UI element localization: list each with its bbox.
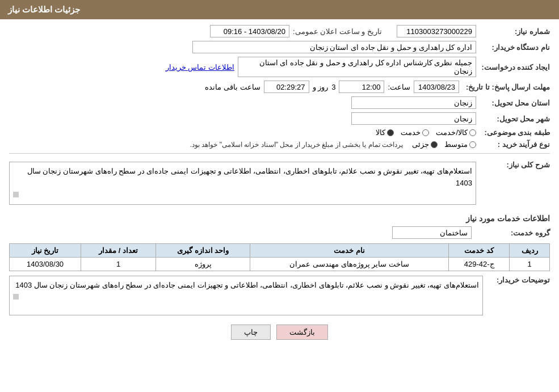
- divider-1: [9, 153, 550, 154]
- city-value: زنجان: [351, 112, 476, 125]
- category-radio-group: کالا/خدمت خدمت کالا: [376, 128, 476, 137]
- category-radio-2[interactable]: [422, 129, 429, 136]
- buyer-desc-box: استعلام‌های تهیه، تغییر نقوش و نصب علائم…: [9, 276, 483, 315]
- page-title: جزئیات اطلاعات نیاز: [8, 5, 80, 14]
- need-number-row: شماره نیاز: 1103003273000229 تاریخ و ساع…: [9, 25, 550, 37]
- process-radio-group: متوسط جزئی: [412, 140, 476, 149]
- process-radio-medium[interactable]: [469, 141, 476, 148]
- publish-time-value: 1403/08/20 - 09:16: [210, 25, 289, 37]
- category-radio-3[interactable]: [387, 129, 394, 136]
- requester-org-label: نام دستگاه خریدار:: [476, 43, 550, 52]
- process-row: نوع فرآیند خرید : متوسط جزئی پرداخت تمام…: [9, 140, 550, 149]
- category-row: طبقه بندی موضوعی: کالا/خدمت خدمت کالا: [9, 128, 550, 137]
- creator-value: جمیله نظری کارشناس اداره کل راهداری و حم…: [238, 57, 476, 77]
- requester-org-value: اداره کل راهداری و حمل و نقل جاده ای است…: [192, 41, 476, 53]
- creator-row: ایجاد کننده درخواست: جمیله نظری کارشناس …: [9, 57, 550, 77]
- resize-handle[interactable]: [13, 192, 19, 197]
- table-body: 1 ج-42-429 ساخت سایر پروژه‌های مهندسی عم…: [10, 258, 550, 271]
- need-desc-value: استعلام‌های تهیه، تغییر نقوش و نصب علائم…: [9, 162, 476, 205]
- publish-time-label: تاریخ و ساعت اعلان عمومی:: [293, 27, 382, 36]
- process-label-medium: متوسط: [444, 140, 468, 149]
- services-title: اطلاعات خدمات مورد نیاز: [9, 214, 550, 223]
- deadline-date: 1403/08/23: [414, 81, 459, 93]
- category-label-3: کالا: [376, 128, 385, 137]
- table-header: ردیف کد خدمت نام خدمت واحد اندازه گیری ت…: [10, 244, 550, 258]
- cell-name: ساخت سایر پروژه‌های مهندسی عمران: [250, 258, 449, 271]
- need-desc-row: شرح کلی نیاز: استعلام‌های تهیه، تغییر نق…: [9, 158, 550, 208]
- buyer-desc-row: توضیحات خریدار: استعلام‌های تهیه، تغییر …: [9, 276, 550, 315]
- buyer-desc-content: استعلام‌های تهیه، تغییر نقوش و نصب علائم…: [9, 276, 483, 315]
- creator-contact-link[interactable]: اطلاعات تماس خریدار: [166, 63, 234, 71]
- deadline-content: 1403/08/23 ساعت: 12:00 3 روز و 02:29:27 …: [9, 81, 459, 93]
- buttons-row: بازگشت چاپ: [9, 324, 550, 340]
- service-group-value: ساختمان: [392, 226, 472, 239]
- col-header-code: کد خدمت: [448, 244, 509, 258]
- process-label: نوع فرآیند خرید :: [476, 140, 550, 149]
- remaining-time: 02:29:27: [264, 81, 309, 93]
- deadline-label: مهلت ارسال پاسخ: تا تاریخ:: [459, 83, 550, 91]
- need-desc-text: استعلام‌های تهیه، تغییر نقوش و نصب علائم…: [27, 167, 472, 187]
- province-value: زنجان: [351, 96, 476, 109]
- col-header-qty: تعداد / مقدار: [81, 244, 156, 258]
- category-content: کالا/خدمت خدمت کالا: [9, 128, 476, 137]
- process-label-small: جزئی: [412, 140, 429, 149]
- service-group-row: گروه خدمت: ساختمان: [9, 226, 550, 239]
- cell-unit: پروژه: [156, 258, 250, 271]
- category-option-2[interactable]: خدمت: [401, 128, 429, 137]
- buyer-desc-label: توضیحات خریدار:: [487, 276, 550, 284]
- category-label-2: خدمت: [401, 128, 421, 137]
- remaining-label: ساعت باقی مانده: [205, 83, 260, 91]
- print-button[interactable]: چاپ: [231, 324, 271, 340]
- category-option-3[interactable]: کالا: [376, 128, 394, 137]
- back-button[interactable]: بازگشت: [276, 324, 328, 340]
- category-option-1[interactable]: کالا/خدمت: [436, 128, 476, 137]
- city-content: زنجان: [9, 112, 476, 125]
- need-number-content: 1103003273000229 تاریخ و ساعت اعلان عموم…: [9, 25, 476, 37]
- process-content: متوسط جزئی پرداخت تمام یا بخشی از مبلغ خ…: [9, 140, 476, 149]
- deadline-time: 12:00: [339, 81, 384, 93]
- category-label-1: کالا/خدمت: [436, 128, 468, 137]
- cell-date: 1403/08/30: [10, 258, 81, 271]
- need-number-label: شماره نیاز:: [476, 27, 550, 36]
- province-row: استان محل تحویل: زنجان: [9, 96, 550, 109]
- city-row: شهر محل تحویل: زنجان: [9, 112, 550, 125]
- deadline-days-label: روز و: [313, 83, 329, 91]
- col-header-date: تاریخ نیاز: [10, 244, 81, 258]
- creator-content: جمیله نظری کارشناس اداره کل راهداری و حم…: [9, 57, 476, 77]
- cell-code: ج-42-429: [448, 258, 509, 271]
- requester-org-content: اداره کل راهداری و حمل و نقل جاده ای است…: [9, 41, 476, 53]
- cell-row: 1: [510, 258, 550, 271]
- main-content: شماره نیاز: 1103003273000229 تاریخ و ساع…: [0, 19, 559, 355]
- process-option-medium[interactable]: متوسط: [444, 140, 476, 149]
- deadline-time-label: ساعت:: [388, 83, 410, 91]
- need-desc-label: شرح کلی نیاز:: [476, 158, 550, 169]
- creator-label: ایجاد کننده درخواست:: [476, 63, 550, 71]
- buyer-desc-resize-handle[interactable]: [13, 294, 19, 300]
- city-label: شهر محل تحویل:: [476, 115, 550, 123]
- table-row: 1 ج-42-429 ساخت سایر پروژه‌های مهندسی عم…: [10, 258, 550, 271]
- category-label: طبقه بندی موضوعی:: [476, 128, 550, 137]
- page-container: جزئیات اطلاعات نیاز شماره نیاز: 11030032…: [0, 0, 559, 392]
- cell-qty: 1: [81, 258, 156, 271]
- need-number-value: 1103003273000229: [397, 25, 476, 37]
- requester-org-row: نام دستگاه خریدار: اداره کل راهداری و حم…: [9, 41, 550, 53]
- process-radio-small[interactable]: [431, 141, 438, 148]
- col-header-row: ردیف: [510, 244, 550, 258]
- province-label: استان محل تحویل:: [476, 99, 550, 107]
- buyer-desc-text: استعلام‌های تهیه، تغییر نقوش و نصب علائم…: [15, 281, 479, 289]
- process-note: پرداخت تمام یا بخشی از مبلغ خریدار از مح…: [190, 141, 403, 149]
- table-header-row: ردیف کد خدمت نام خدمت واحد اندازه گیری ت…: [10, 244, 550, 258]
- deadline-row: مهلت ارسال پاسخ: تا تاریخ: 1403/08/23 سا…: [9, 81, 550, 93]
- category-radio-1[interactable]: [469, 129, 476, 136]
- need-desc-content: استعلام‌های تهیه، تغییر نقوش و نصب علائم…: [9, 158, 476, 208]
- service-group-label: گروه خدمت:: [476, 229, 550, 237]
- services-table: ردیف کد خدمت نام خدمت واحد اندازه گیری ت…: [9, 243, 550, 271]
- page-header: جزئیات اطلاعات نیاز: [0, 0, 559, 19]
- province-content: زنجان: [9, 96, 476, 109]
- col-header-unit: واحد اندازه گیری: [156, 244, 250, 258]
- col-header-name: نام خدمت: [250, 244, 449, 258]
- process-option-small[interactable]: جزئی: [412, 140, 438, 149]
- deadline-days: 3: [331, 83, 335, 91]
